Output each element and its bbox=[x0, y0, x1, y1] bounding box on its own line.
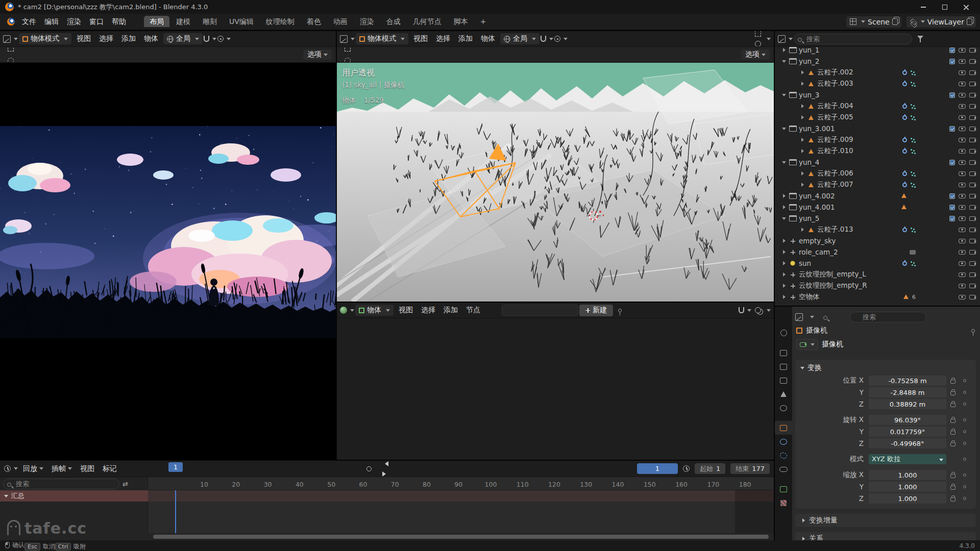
auto-keyframe-icon[interactable] bbox=[366, 466, 372, 471]
cam-icon[interactable] bbox=[969, 48, 976, 53]
outliner-item-label[interactable]: 云粒子.013 bbox=[817, 225, 853, 234]
visibility-toggles[interactable] bbox=[959, 239, 976, 243]
topbar-menu[interactable]: 编辑 bbox=[40, 17, 63, 26]
eye-icon[interactable] bbox=[959, 93, 966, 97]
outliner-item-label[interactable]: 云粒子.009 bbox=[817, 135, 853, 144]
outliner-row[interactable]: 云粒子.013 bbox=[775, 224, 980, 235]
outliner-item-label[interactable]: yun_5 bbox=[799, 214, 819, 222]
lock-icon[interactable] bbox=[950, 474, 955, 478]
editor-type-icon[interactable] bbox=[3, 35, 11, 43]
cam-icon[interactable] bbox=[969, 171, 976, 176]
outliner-item-label[interactable]: empty_sky bbox=[799, 237, 836, 245]
workspace-tab[interactable]: 着色 bbox=[301, 16, 327, 27]
properties-tab[interactable] bbox=[775, 421, 792, 435]
outliner-item-label[interactable]: yun_2 bbox=[799, 57, 819, 65]
check-icon[interactable] bbox=[949, 160, 955, 165]
properties-tab[interactable] bbox=[775, 448, 792, 462]
properties-search-input[interactable] bbox=[850, 312, 926, 322]
expand-chevron-icon[interactable] bbox=[798, 115, 806, 119]
outliner-row[interactable]: yun_4.002 bbox=[775, 190, 980, 202]
properties-editor-icon[interactable] bbox=[795, 313, 803, 321]
workspace-tab[interactable]: 纹理绘制 bbox=[260, 16, 300, 27]
cam-icon[interactable] bbox=[969, 194, 976, 198]
outliner-item-label[interactable]: yun_4.002 bbox=[799, 192, 835, 200]
topbar-menu[interactable]: 渲染 bbox=[63, 17, 85, 26]
animate-dot-icon[interactable] bbox=[963, 458, 966, 461]
cam-icon[interactable] bbox=[969, 183, 976, 187]
expand-chevron-icon[interactable] bbox=[780, 250, 788, 254]
workspace-tab[interactable]: 几何节点 bbox=[407, 16, 447, 27]
visibility-toggles[interactable] bbox=[959, 115, 976, 120]
outliner-row[interactable]: yun_3.001 bbox=[775, 123, 980, 134]
shader-editor-icon[interactable] bbox=[340, 307, 347, 314]
start-frame-field[interactable]: 起始1 bbox=[695, 463, 725, 474]
playhead[interactable] bbox=[175, 490, 176, 533]
snap-icon[interactable] bbox=[541, 36, 546, 42]
workspace-tab[interactable]: 建模 bbox=[170, 16, 196, 27]
workspace-tab[interactable]: 雕刻 bbox=[197, 16, 223, 27]
swap-icon[interactable]: ⇄ bbox=[122, 480, 128, 488]
cam-icon[interactable] bbox=[969, 93, 976, 97]
minimize-button[interactable] bbox=[915, 0, 932, 14]
expand-chevron-icon[interactable] bbox=[798, 149, 806, 153]
animate-dot-icon[interactable] bbox=[963, 497, 966, 500]
visibility-toggles[interactable] bbox=[949, 216, 976, 221]
outliner-item-label[interactable]: yun_4.001 bbox=[799, 203, 835, 211]
outliner-row[interactable]: yun_2 bbox=[775, 56, 980, 67]
eye-icon[interactable] bbox=[959, 216, 966, 221]
cam-icon[interactable] bbox=[969, 228, 976, 232]
check-icon[interactable] bbox=[949, 92, 955, 98]
outliner-row[interactable]: role_cam_2 bbox=[775, 246, 980, 258]
outliner-item-label[interactable]: 云纹理控制_empty_L bbox=[799, 270, 866, 279]
timeline-menu[interactable]: 视图 bbox=[76, 464, 99, 472]
mode-dropdown[interactable]: 物体模式 bbox=[356, 33, 408, 44]
pin-icon[interactable] bbox=[618, 309, 622, 312]
viewport-shading-toggle[interactable] bbox=[752, 39, 764, 47]
expand-chevron-icon[interactable] bbox=[798, 104, 806, 108]
material-slot-field[interactable] bbox=[502, 305, 578, 316]
timeline-channels[interactable]: 汇总 bbox=[0, 490, 774, 533]
expand-chevron-icon[interactable] bbox=[780, 205, 788, 209]
collapsed-panel[interactable]: 变换增量 bbox=[795, 514, 976, 527]
visibility-toggles[interactable] bbox=[959, 261, 976, 266]
property-value-field[interactable]: 1.000 bbox=[869, 482, 946, 492]
outliner-item-label[interactable]: yun_3 bbox=[799, 91, 819, 99]
playhead-frame-chip[interactable]: 1 bbox=[168, 462, 183, 472]
expand-chevron-icon[interactable] bbox=[780, 127, 788, 131]
outliner-item-label[interactable]: role_cam_2 bbox=[799, 248, 838, 256]
viewport-shading-toggle[interactable] bbox=[752, 31, 764, 39]
shader-type-dropdown[interactable]: 物体 bbox=[355, 305, 394, 316]
cam-icon[interactable] bbox=[969, 216, 976, 221]
visibility-toggles[interactable] bbox=[949, 160, 976, 165]
new-view-layer-icon[interactable] bbox=[967, 18, 972, 25]
expand-chevron-icon[interactable] bbox=[798, 70, 806, 74]
filter-icon[interactable] bbox=[917, 36, 923, 42]
property-value-field[interactable]: XYZ 欧拉 bbox=[869, 454, 946, 464]
orientation-dropdown[interactable]: 全局 bbox=[500, 33, 540, 44]
outliner-item-label[interactable]: yun_1 bbox=[799, 46, 819, 54]
viewport-menu[interactable]: 添加 bbox=[454, 34, 477, 42]
visibility-toggles[interactable] bbox=[959, 70, 976, 75]
proportional-edit-icon[interactable] bbox=[217, 36, 224, 42]
viewport-menu[interactable]: 视图 bbox=[72, 34, 95, 42]
viewport-menu[interactable]: 选择 bbox=[432, 34, 454, 42]
properties-tab[interactable] bbox=[775, 360, 792, 373]
close-button[interactable] bbox=[958, 0, 975, 14]
outliner-item-label[interactable]: 云粒子.004 bbox=[817, 102, 853, 111]
outliner-row[interactable]: 云粒子.002 bbox=[775, 67, 980, 78]
play-reverse-button[interactable] bbox=[380, 461, 391, 469]
expand-chevron-icon[interactable] bbox=[780, 239, 788, 243]
workspace-tab[interactable]: 布局 bbox=[144, 16, 169, 27]
visibility-toggles[interactable] bbox=[959, 250, 976, 255]
check-icon[interactable] bbox=[949, 47, 955, 53]
select-tool-button[interactable] bbox=[4, 55, 17, 63]
cam-icon[interactable] bbox=[969, 59, 976, 64]
outliner-row[interactable]: 云粒子.007 bbox=[775, 179, 980, 190]
snap-icon[interactable] bbox=[204, 36, 209, 42]
shader-menu[interactable]: 添加 bbox=[439, 306, 462, 314]
outliner-row[interactable]: yun_3 bbox=[775, 89, 980, 101]
lock-icon[interactable] bbox=[950, 419, 955, 423]
maximize-button[interactable] bbox=[936, 0, 953, 14]
animate-dot-icon[interactable] bbox=[963, 403, 966, 406]
outliner-item-label[interactable]: 云纹理控制_empty_R bbox=[799, 281, 867, 290]
